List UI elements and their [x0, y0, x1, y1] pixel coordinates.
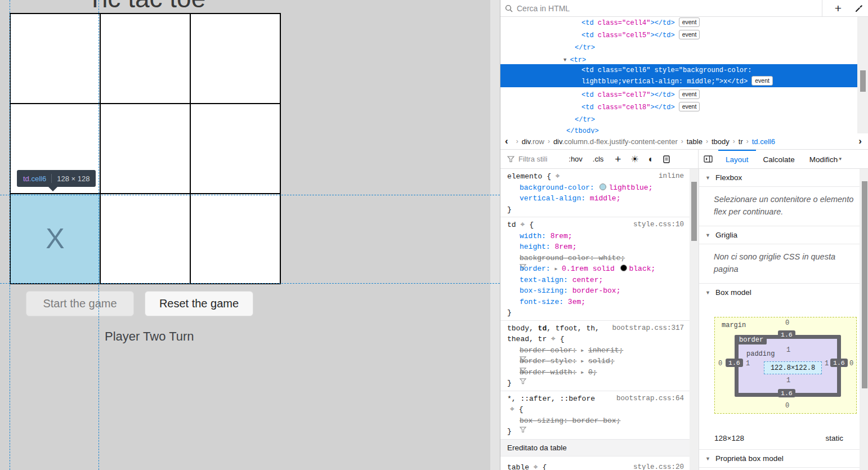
event-badge[interactable]: event: [679, 89, 700, 99]
border-top-value[interactable]: 1.6: [778, 330, 795, 339]
flash-styles-icon[interactable]: [663, 155, 670, 163]
padding-top-value[interactable]: 1: [786, 346, 790, 354]
html-search-bar[interactable]: Cerca in HTML +: [500, 0, 868, 17]
rule-source-link[interactable]: bootstrap.css:317: [612, 323, 684, 334]
declaration-overridden[interactable]: border-style: ▶ solid;: [500, 356, 699, 367]
dom-node-cell7[interactable]: <td class="cell7"></td>event: [581, 89, 700, 101]
dom-node-cell5[interactable]: <td class="cell5"></td>event: [581, 30, 700, 42]
event-badge[interactable]: event: [751, 76, 773, 86]
light-theme-icon[interactable]: ☀: [630, 155, 638, 164]
breadcrumb-item-tr[interactable]: tr: [739, 137, 743, 146]
breadcrumb-item-table[interactable]: table: [687, 137, 703, 146]
expand-arrow-icon[interactable]: ▶: [554, 266, 557, 271]
rule-selector: td: [507, 221, 516, 229]
rule-selector: table: [507, 463, 529, 470]
pseudo-class-hover-button[interactable]: :hov: [569, 155, 583, 163]
boxmodel-properties-header[interactable]: ▼Proprietà box model: [699, 449, 868, 468]
eyedropper-icon[interactable]: [851, 0, 867, 16]
sidebar-toggle-icon[interactable]: [704, 150, 713, 168]
event-badge[interactable]: event: [679, 17, 700, 27]
declaration[interactable]: height: 8rem;: [500, 241, 699, 253]
dom-node-cell6-selected[interactable]: <td class="cell6" style="background-colo…: [500, 64, 857, 87]
selector-highlighter-icon[interactable]: ⌖: [520, 220, 525, 229]
declaration-overridden[interactable]: background-color: white;: [500, 253, 699, 264]
filter-styles-input[interactable]: Filtra stili: [518, 155, 547, 163]
event-badge[interactable]: event: [679, 30, 700, 39]
breadcrumb-item-div-column[interactable]: div.column.d-flex.justify-content-center: [553, 137, 678, 146]
layout-scrollbar-thumb[interactable]: [862, 181, 867, 388]
board-cell-2[interactable]: [190, 14, 280, 104]
dom-node-cell8[interactable]: <td class="cell8"></td>event: [581, 102, 700, 114]
new-node-button[interactable]: +: [828, 0, 848, 16]
turn-status-text: Player Two Turn: [105, 329, 194, 344]
boxmodel-section-header[interactable]: ▼Box model: [699, 284, 868, 301]
board-cell-6-selected[interactable]: X: [10, 194, 100, 284]
class-toggle-button[interactable]: .cls: [593, 155, 604, 163]
tag-open: <td: [581, 19, 594, 27]
grid-section-header[interactable]: ▼Griglia: [699, 226, 868, 244]
breadcrumb-item-tbody[interactable]: tbody: [712, 137, 730, 146]
selected-line-2-text: lightblue;vertical-align: middle;">x</td…: [581, 78, 748, 86]
dom-node-tr-close[interactable]: </tr>: [575, 42, 595, 54]
declaration[interactable]: background-color: lightblue;: [500, 182, 699, 194]
border-right-value[interactable]: 1.6: [830, 359, 848, 367]
tab-computed[interactable]: Calcolate: [756, 150, 802, 168]
declaration-overridden[interactable]: border-width: ▶ 0;: [500, 367, 699, 378]
markup-scrollbar-thumb[interactable]: [860, 70, 866, 92]
margin-top-value[interactable]: 0: [785, 319, 789, 327]
color-swatch-black[interactable]: [620, 265, 627, 271]
dom-node-tr-close-2[interactable]: </tr>: [575, 114, 595, 126]
flexbox-section-header[interactable]: ▼Flexbox: [699, 169, 868, 187]
padding-right-value[interactable]: 1: [825, 360, 829, 368]
selector-highlighter-icon[interactable]: ⌖: [551, 334, 556, 343]
color-swatch-lightblue[interactable]: [599, 183, 606, 190]
tab-layout[interactable]: Layout: [718, 150, 756, 168]
page-scrollbar[interactable]: [490, 0, 500, 470]
declaration-overridden[interactable]: box-sizing: border-box;: [500, 415, 699, 427]
chevron-icon: ›: [703, 137, 712, 145]
margin-left-value[interactable]: 0: [718, 360, 722, 368]
breadcrumb-back-icon[interactable]: ‹: [500, 136, 513, 147]
rule-source-link[interactable]: style.css:20: [633, 462, 684, 470]
print-media-icon[interactable]: ◐: [648, 155, 654, 164]
box-model-content-region[interactable]: 122.8×122.8: [764, 361, 822, 374]
rule-source-link[interactable]: style.css:10: [633, 220, 684, 231]
border-bottom-value[interactable]: 1.6: [778, 389, 795, 397]
board-cell-7[interactable]: [100, 194, 190, 284]
add-rule-button[interactable]: +: [615, 153, 621, 165]
tab-changes[interactable]: Modifiche: [802, 150, 838, 168]
start-game-button[interactable]: Start the game: [26, 291, 134, 316]
border-left-value[interactable]: 1.6: [726, 359, 743, 367]
declaration-overridden[interactable]: border-color: ▶ inherit;: [500, 345, 699, 356]
rule-source-link[interactable]: bootstrap.css:64: [616, 393, 684, 405]
board-cell-4[interactable]: [100, 104, 190, 194]
board-cell-8[interactable]: [190, 194, 280, 284]
declaration[interactable]: font-size: 3em;: [500, 297, 699, 308]
declaration[interactable]: width: 8rem;: [500, 231, 699, 242]
breadcrumb-forward-icon[interactable]: ›: [854, 136, 866, 147]
rules-scrollbar-thumb[interactable]: [691, 182, 697, 241]
dom-node-tbody-close[interactable]: </tbody>: [566, 126, 599, 133]
selector-highlighter-icon[interactable]: ⌖: [510, 405, 514, 414]
margin-right-value[interactable]: 0: [849, 360, 853, 368]
selector-highlighter-icon[interactable]: ⌖: [556, 172, 560, 181]
selector-highlighter-icon[interactable]: ⌖: [534, 463, 538, 470]
declaration[interactable]: border: ▶ 0.1rem solid black;: [500, 263, 699, 275]
expander-icon[interactable]: ▼: [563, 57, 566, 63]
declaration[interactable]: vertical-align: middle;: [500, 193, 699, 204]
event-badge[interactable]: event: [679, 102, 700, 111]
declaration[interactable]: text-align: center;: [500, 275, 699, 286]
breadcrumb-item-div-row[interactable]: div.row: [522, 137, 544, 146]
padding-left-value[interactable]: 1: [746, 360, 750, 368]
board-cell-1[interactable]: [100, 14, 190, 104]
board-cell-0[interactable]: [10, 14, 100, 104]
board-cell-5[interactable]: [190, 104, 280, 194]
margin-bottom-value[interactable]: 0: [785, 402, 789, 410]
declaration[interactable]: box-sizing: border-box;: [500, 285, 699, 297]
padding-bottom-value[interactable]: 1: [786, 377, 790, 384]
reset-game-button[interactable]: Reset the game: [145, 291, 253, 316]
boxmodel-property-row[interactable]: box-sizing border-box: [699, 468, 868, 470]
dom-node-cell4[interactable]: <td class="cell4"></td>event: [581, 17, 700, 29]
breadcrumb-item-td-cell6[interactable]: td.cell6: [752, 137, 775, 146]
tictactoe-board: X: [10, 13, 281, 284]
